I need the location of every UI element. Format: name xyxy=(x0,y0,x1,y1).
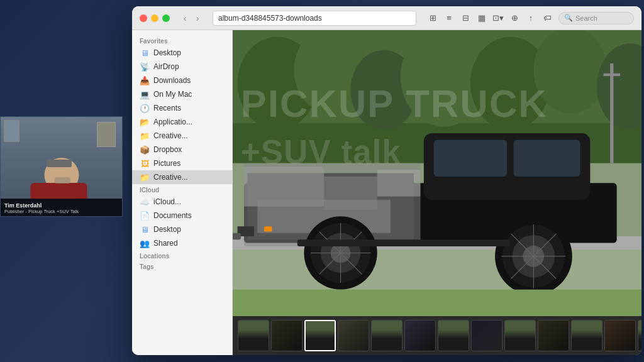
creative2-icon: 📁 xyxy=(140,172,150,182)
svg-rect-16 xyxy=(434,140,507,177)
sidebar-item-label: On My Mac xyxy=(153,90,192,99)
svg-rect-25 xyxy=(233,233,241,240)
thumbnail-4[interactable] xyxy=(338,320,369,351)
finder-body: Favorites 🖥 Desktop 📡 AirDrop 📥 Download… xyxy=(132,30,641,355)
svg-rect-22 xyxy=(377,170,421,196)
recents-icon: 🕐 xyxy=(140,103,150,113)
sidebar-item-creative2[interactable]: 📁 Creative... xyxy=(132,170,232,184)
tags-label: Tags xyxy=(132,261,232,272)
desktop-icon: 🖥 xyxy=(140,48,150,58)
svg-rect-17 xyxy=(514,140,580,177)
thumbnail-11[interactable] xyxy=(571,320,602,351)
sidebar-item-documents[interactable]: 📄 Documents xyxy=(132,209,232,222)
sidebar-item-label: Desktop xyxy=(153,225,181,234)
grid-view-icon[interactable]: ⊞ xyxy=(426,12,439,25)
icloud-label: iCloud xyxy=(132,184,232,195)
view-options-icon[interactable]: ⊡▾ xyxy=(492,12,504,25)
path-bar[interactable]: album-d348845573-downloads xyxy=(213,11,416,26)
downloads-icon: 📥 xyxy=(140,75,150,85)
nav-arrows: ‹ › xyxy=(180,13,203,23)
sidebar-item-shared[interactable]: 👥 Shared xyxy=(132,236,232,250)
svg-rect-46 xyxy=(233,290,641,316)
column-view-icon[interactable]: ⊟ xyxy=(459,12,472,25)
thumbnail-9[interactable] xyxy=(504,320,536,351)
thumbnail-8[interactable] xyxy=(471,320,502,351)
thumbnail-10[interactable] xyxy=(538,320,569,351)
sidebar-item-dropbox[interactable]: 📦 Dropbox xyxy=(132,143,232,156)
sidebar-item-desktop2[interactable]: 🖥 Desktop xyxy=(132,222,232,236)
webcam-label: Tim Esterdahl Publisher - Pickup Truck +… xyxy=(1,199,122,217)
icloud-icon: ☁️ xyxy=(140,197,150,207)
toolbar-icons: ⊞ ≡ ⊟ ▦ ⊡▾ ⊕ ↑ 🏷 xyxy=(426,12,553,25)
svg-text:+SUV talk: +SUV talk xyxy=(241,133,401,170)
sidebar-item-creative1[interactable]: 📁 Creative... xyxy=(132,129,232,143)
sidebar-item-airdrop[interactable]: 📡 AirDrop xyxy=(132,60,232,74)
sidebar-item-applications[interactable]: 📂 Applicatio... xyxy=(132,115,232,129)
tag-icon[interactable]: 🏷 xyxy=(541,12,553,25)
sidebar-item-desktop[interactable]: 🖥 Desktop xyxy=(132,46,232,60)
sidebar: Favorites 🖥 Desktop 📡 AirDrop 📥 Download… xyxy=(132,30,233,355)
sidebar-item-label: Documents xyxy=(153,211,192,220)
thumbnail-13[interactable] xyxy=(638,320,641,351)
search-bar[interactable]: 🔍 Search xyxy=(558,12,634,25)
gallery-view-icon[interactable]: ▦ xyxy=(475,12,488,25)
svg-rect-10 xyxy=(610,63,613,163)
share-icon[interactable]: ⊕ xyxy=(508,12,521,25)
sidebar-item-icloud[interactable]: ☁️ iCloud... xyxy=(132,195,232,209)
action-icon[interactable]: ↑ xyxy=(525,12,537,25)
thumbnail-5[interactable] xyxy=(371,320,402,351)
truck-photo: PICKUP TRUCK +SUV talk xyxy=(233,30,641,316)
thumbnail-3[interactable] xyxy=(304,320,336,351)
sidebar-item-label: Creative... xyxy=(153,173,188,182)
svg-text:PICKUP TRUCK: PICKUP TRUCK xyxy=(241,82,548,125)
creative1-icon: 📁 xyxy=(140,131,150,141)
sidebar-item-label: Shared xyxy=(153,239,178,248)
svg-rect-11 xyxy=(604,74,620,76)
title-bar: ‹ › album-d348845573-downloads ⊞ ≡ ⊟ ▦ ⊡… xyxy=(132,6,641,30)
svg-rect-43 xyxy=(297,239,511,246)
thumbnail-strip xyxy=(233,316,641,355)
sidebar-item-label: Desktop xyxy=(153,48,181,57)
sidebar-item-onmymac[interactable]: 💻 On My Mac xyxy=(132,87,232,101)
search-placeholder: Search xyxy=(575,14,597,22)
search-icon: 🔍 xyxy=(564,14,573,22)
sidebar-item-label: iCloud... xyxy=(153,197,181,206)
desktop2-icon: 🖥 xyxy=(140,224,150,234)
maximize-button[interactable] xyxy=(162,14,170,22)
close-button[interactable] xyxy=(140,14,147,22)
webcam-person-name: Tim Esterdahl xyxy=(4,202,118,209)
webcam-video xyxy=(1,117,122,199)
applications-icon: 📂 xyxy=(140,117,150,127)
thumbnail-6[interactable] xyxy=(404,320,436,351)
webcam-person-title: Publisher - Pickup Truck +SUV Talk xyxy=(4,209,118,214)
traffic-lights xyxy=(140,14,170,22)
thumbnail-1[interactable] xyxy=(238,320,269,351)
documents-icon: 📄 xyxy=(140,211,150,221)
svg-rect-26 xyxy=(264,226,272,231)
sidebar-item-label: Applicatio... xyxy=(153,118,192,126)
airdrop-icon: 📡 xyxy=(140,62,150,72)
favorites-label: Favorites xyxy=(132,35,232,46)
photo-main[interactable]: PICKUP TRUCK +SUV talk xyxy=(233,30,641,316)
locations-label: Locations xyxy=(132,250,232,261)
dropbox-icon: 📦 xyxy=(140,145,150,155)
sidebar-item-recents[interactable]: 🕐 Recents xyxy=(132,101,232,115)
onmymac-icon: 💻 xyxy=(140,89,150,99)
sidebar-item-label: Downloads xyxy=(153,76,191,85)
forward-arrow[interactable]: › xyxy=(192,13,203,23)
sidebar-item-label: Pictures xyxy=(153,159,180,168)
sidebar-item-label: Recents xyxy=(153,104,181,112)
sidebar-item-downloads[interactable]: 📥 Downloads xyxy=(132,74,232,87)
current-path: album-d348845573-downloads xyxy=(218,14,322,23)
finder-window: ‹ › album-d348845573-downloads ⊞ ≡ ⊟ ▦ ⊡… xyxy=(132,6,641,355)
list-view-icon[interactable]: ≡ xyxy=(443,12,455,25)
webcam-overlay: Tim Esterdahl Publisher - Pickup Truck +… xyxy=(0,116,123,217)
back-arrow[interactable]: ‹ xyxy=(180,13,190,23)
pictures-icon: 🖼 xyxy=(140,158,150,168)
thumbnail-12[interactable] xyxy=(604,320,636,351)
sidebar-item-label: Creative... xyxy=(153,131,188,140)
sidebar-item-pictures[interactable]: 🖼 Pictures xyxy=(132,156,232,170)
thumbnail-2[interactable] xyxy=(271,320,303,351)
minimize-button[interactable] xyxy=(151,14,158,22)
thumbnail-7[interactable] xyxy=(438,320,469,351)
